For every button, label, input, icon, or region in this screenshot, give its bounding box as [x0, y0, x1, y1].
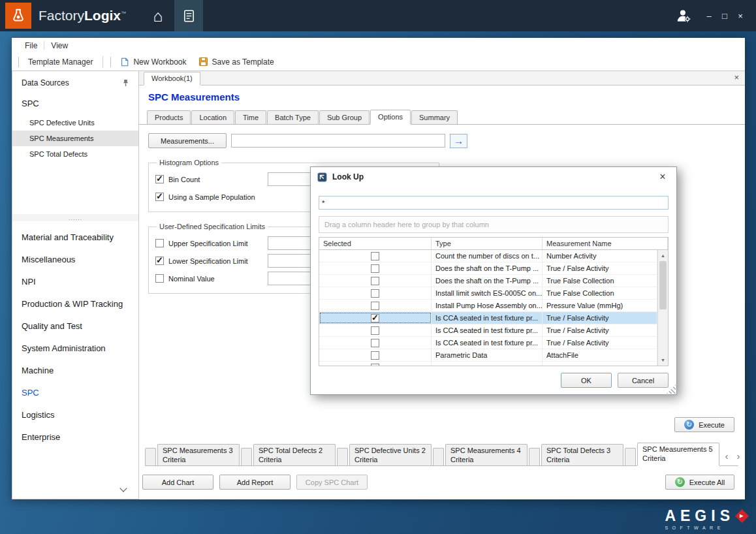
sidebar-category-npi[interactable]: NPI	[12, 271, 138, 293]
tab-options[interactable]: Options	[370, 110, 411, 124]
sidebar-category-machine[interactable]: Machine	[12, 360, 138, 382]
criteria-tab-spc-measurements-5[interactable]: SPC Measurements 5 Criteria	[637, 443, 719, 465]
upper-spec-limit-checkbox[interactable]	[155, 239, 164, 247]
sidebar-splitter[interactable]: ......	[12, 214, 138, 221]
vertical-scrollbar[interactable]: ▲ ▼	[657, 250, 668, 366]
criteria-tab-stub[interactable]	[625, 448, 636, 465]
sidebar-item-spc-defective-units[interactable]: SPC Defective Units	[12, 115, 138, 131]
scroll-tabs-right-button[interactable]: ›	[734, 450, 743, 462]
user-settings-button[interactable]	[669, 0, 699, 31]
scroll-tabs-left-button[interactable]: ‹	[722, 450, 731, 462]
save-as-template-label: Save as Template	[212, 57, 274, 67]
measurements-button[interactable]: Measurements...	[148, 133, 227, 148]
sidebar-item-spc-measurements[interactable]: SPC Measurements	[12, 131, 138, 146]
lookup-filter-input[interactable]	[319, 196, 669, 210]
sidebar-category-system-administration[interactable]: System Administration	[12, 338, 138, 360]
bin-count-checkbox[interactable]	[155, 175, 164, 183]
table-row[interactable]: Parametric Data AttachFile	[319, 349, 657, 362]
sidebar-category-quality-and-test[interactable]: Quality and Test	[12, 315, 138, 338]
criteria-tab-spc-total-defects-2[interactable]: SPC Total Defects 2 Criteria	[253, 444, 336, 465]
scroll-down-icon[interactable]: ▼	[658, 355, 668, 365]
home-button[interactable]: ⌂	[142, 0, 174, 31]
row-checkbox[interactable]	[371, 277, 379, 285]
data-sources-panel-button[interactable]	[174, 0, 203, 31]
dialog-close-icon[interactable]: ×	[655, 172, 670, 182]
tab-time[interactable]: Time	[235, 110, 266, 124]
criteria-tab-stub[interactable]	[529, 448, 540, 465]
execute-button[interactable]: ↻ Execute	[674, 417, 734, 432]
ok-button[interactable]: OK	[561, 373, 612, 388]
add-report-button[interactable]: Add Report	[219, 475, 291, 490]
criteria-tab-stub[interactable]	[337, 448, 348, 465]
workbook-tab[interactable]: Workbook(1)	[144, 72, 200, 85]
menu-file[interactable]: File	[20, 39, 42, 52]
table-row[interactable]: Is CCA seated in test fixture pr... True…	[319, 324, 657, 337]
tab-sub-group[interactable]: Sub Group	[319, 110, 370, 124]
table-row[interactable]: Is CCA seated in test fixture pr... True…	[319, 337, 657, 349]
criteria-tab-stub[interactable]	[433, 448, 444, 465]
apply-measurements-button[interactable]: →	[450, 134, 467, 148]
sidebar-category-spc[interactable]: SPC	[12, 382, 138, 404]
nominal-value-checkbox[interactable]	[155, 274, 164, 283]
row-checkbox[interactable]	[371, 289, 379, 298]
cancel-button[interactable]: Cancel	[618, 373, 669, 388]
sidebar-category-material-and-traceability[interactable]: Material and Traceability	[12, 227, 138, 249]
table-row[interactable]: Is CCA seated in test fixture pr... True…	[319, 312, 657, 324]
criteria-tab-spc-total-defects-3[interactable]: SPC Total Defects 3 Criteria	[541, 444, 623, 465]
criteria-tab-spc-measurements-4[interactable]: SPC Measurements 4 Criteria	[445, 444, 528, 465]
column-header-selected[interactable]: Selected	[319, 238, 432, 249]
chevron-down-icon[interactable]	[120, 486, 127, 493]
group-by-area[interactable]: Drag a column header here to group by th…	[319, 216, 669, 233]
column-header-type[interactable]: Type	[432, 238, 543, 249]
lower-spec-limit-checkbox[interactable]	[155, 257, 164, 265]
sidebar-group-spc[interactable]: SPC	[12, 90, 138, 115]
row-checkbox[interactable]	[371, 314, 379, 322]
page-title: SPC Measurements	[139, 86, 745, 110]
maximize-button[interactable]: □	[717, 8, 732, 24]
table-row[interactable]: Install limit switch ES-0005C on... True…	[319, 287, 657, 300]
sidebar-category-production-wip-tracking[interactable]: Production & WIP Tracking	[12, 293, 138, 315]
scroll-up-icon[interactable]: ▲	[658, 251, 668, 260]
sidebar-item-spc-total-defects[interactable]: SPC Total Defects	[12, 146, 138, 162]
criteria-tab-stub[interactable]	[145, 448, 156, 465]
scrollbar-thumb[interactable]	[659, 261, 667, 309]
workbook-close-icon[interactable]: ×	[734, 73, 739, 82]
column-header-measurement-name[interactable]: Measurement Name	[543, 238, 668, 249]
tab-location[interactable]: Location	[191, 110, 234, 124]
add-chart-button[interactable]: Add Chart	[142, 475, 213, 490]
table-row[interactable]: Does the shaft on the T-Pump ... True Fa…	[319, 275, 657, 287]
row-checkbox[interactable]	[371, 351, 379, 360]
table-row[interactable]: Install Pump Hose Assembly on... Pressur…	[319, 300, 657, 312]
sidebar-category-miscellaneous[interactable]: Miscellaneous	[12, 249, 138, 271]
new-workbook-button[interactable]: New Workbook	[114, 55, 192, 69]
criteria-tab-stub[interactable]	[241, 448, 252, 465]
row-checkbox[interactable]	[371, 264, 379, 273]
criteria-tab-spc-measurements-3[interactable]: SPC Measurements 3 Criteria	[157, 444, 240, 465]
save-as-template-button[interactable]: Save as Template	[193, 55, 280, 69]
execute-all-button[interactable]: ↻ Execute All	[665, 475, 734, 490]
lookup-grid: Selected Type Measurement Name Count the…	[319, 237, 669, 366]
measurements-input[interactable]	[231, 134, 445, 148]
sidebar-category-logistics[interactable]: Logistics	[12, 404, 138, 426]
row-checkbox[interactable]	[371, 302, 379, 310]
sidebar-category-enterprise[interactable]: Enterprise	[12, 426, 138, 448]
row-checkbox[interactable]	[371, 364, 379, 366]
row-checkbox[interactable]	[371, 339, 379, 347]
template-manager-button[interactable]: Template Manager	[22, 55, 99, 69]
table-row[interactable]: Count the number of discs on t... Number…	[319, 250, 657, 262]
tab-batch-type[interactable]: Batch Type	[267, 110, 319, 124]
row-checkbox[interactable]	[371, 326, 379, 335]
tab-summary[interactable]: Summary	[411, 110, 458, 124]
row-checkbox[interactable]	[371, 252, 379, 260]
pin-icon[interactable]	[121, 78, 130, 87]
copy-spc-chart-button[interactable]: Copy SPC Chart	[296, 475, 368, 490]
table-row[interactable]	[319, 362, 657, 366]
sample-population-checkbox[interactable]	[155, 193, 164, 201]
tab-products[interactable]: Products	[147, 110, 191, 124]
close-button[interactable]: ×	[732, 8, 748, 24]
lookup-dialog-titlebar[interactable]: Look Up ×	[311, 167, 676, 187]
minimize-button[interactable]: –	[701, 8, 717, 24]
menu-view[interactable]: View	[46, 39, 73, 52]
criteria-tab-spc-defective-units-2[interactable]: SPC Defective Units 2 Criteria	[349, 444, 432, 465]
table-row[interactable]: Does the shaft on the T-Pump ... True / …	[319, 262, 657, 275]
